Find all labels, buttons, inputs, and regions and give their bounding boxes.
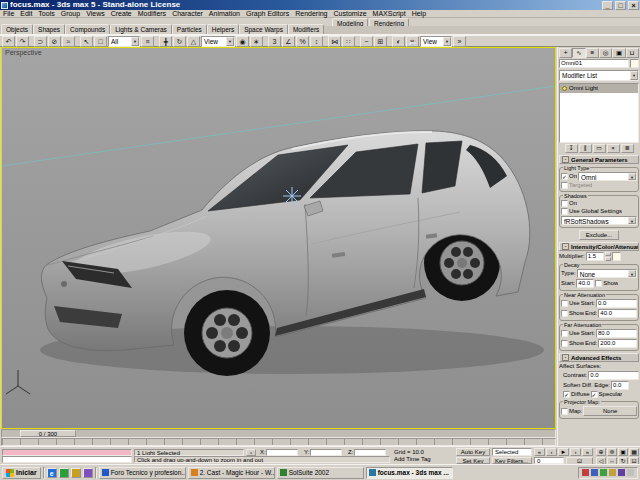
make-unique-icon[interactable]: ▭ [593,144,606,153]
tray-icon-3[interactable] [600,469,607,476]
maxscript-mini-listener-pink[interactable] [2,449,132,456]
targeted-checkbox[interactable] [561,182,568,189]
redo-icon[interactable]: ↷ [16,36,29,47]
viewport-canvas[interactable] [2,48,555,428]
rollout-advanced-effects[interactable]: - Advanced Effects [559,353,639,362]
menu-rendering[interactable]: Rendering [292,10,330,18]
projector-map-button[interactable]: None [583,406,637,416]
mirror-icon[interactable]: ⋈ [328,36,341,47]
menu-animation[interactable]: Animation [206,10,243,18]
viewport-label[interactable]: Perspective [5,49,42,56]
select-and-link-icon[interactable]: ⊃ [34,36,47,47]
tab-lights-cameras[interactable]: Lights & Cameras [110,24,172,34]
shadow-type-dropdown[interactable]: fRSoftShadows ▼ [561,216,637,225]
modifier-stack[interactable]: Omni Light [559,83,639,143]
select-and-move-icon[interactable]: ╋ [159,36,172,47]
soften-diff-edge-field[interactable]: 0.0 [611,381,629,390]
snap-toggle-icon[interactable]: 3 [268,36,281,47]
quick-launch-desktop-icon[interactable] [59,468,69,478]
quick-launch-media-icon[interactable] [83,468,93,478]
select-object-icon[interactable]: ↖ [80,36,93,47]
projector-map-checkbox[interactable] [561,408,568,415]
tab-modifiers[interactable]: Modifiers [288,24,324,34]
object-color-swatch[interactable] [630,59,639,68]
far-start-field[interactable]: 80.0 [596,329,637,338]
tab-compounds[interactable]: Compounds [65,24,110,34]
near-end-field[interactable]: 40.0 [598,309,637,318]
tray-icon-4[interactable] [609,469,616,476]
menu-maxscript[interactable]: MAXScript [370,10,409,18]
multiplier-field[interactable]: 1.5 [586,252,604,261]
remove-modifier-icon[interactable]: × [607,144,620,153]
angle-snap-icon[interactable]: ∠ [282,36,295,47]
diffuse-checkbox[interactable]: ✓ [563,391,570,398]
menu-create[interactable]: Create [108,10,135,18]
start-button[interactable]: Iniciar [2,467,41,479]
quick-render-icon[interactable]: » [453,36,466,47]
menu-views[interactable]: Views [83,10,108,18]
select-by-name-icon[interactable]: ≡ [141,36,154,47]
far-end-field[interactable]: 200.0 [598,339,637,348]
menu-tools[interactable]: Tools [35,10,57,18]
render-scene-icon[interactable]: ☕ [406,36,419,47]
tab-helpers[interactable]: Helpers [207,24,239,34]
undo-icon[interactable]: ↶ [2,36,15,47]
y-coord-field[interactable] [310,449,342,456]
x-coord-field[interactable] [266,449,298,456]
bind-spacewarp-icon[interactable]: ≈ [62,36,75,47]
minimize-button[interactable]: _ [602,1,613,10]
utilities-tab-icon[interactable]: ⊔ [626,48,639,58]
near-show-checkbox[interactable] [561,310,568,317]
zoom-extents-all-icon[interactable]: ▦ [629,448,639,456]
track-bar[interactable] [1,438,556,446]
shadows-on-checkbox[interactable] [561,200,568,207]
maxscript-mini-listener-white[interactable] [2,456,132,463]
align-icon[interactable]: ∷ [342,36,355,47]
menu-character[interactable]: Character [169,10,206,18]
schematic-view-icon[interactable]: ⊞ [374,36,387,47]
modify-tab-icon[interactable]: ∿ [572,48,585,58]
near-start-field[interactable]: 0.0 [596,299,637,308]
add-time-tag[interactable]: Add Time Tag [392,456,454,462]
region-select-icon[interactable]: □ [94,36,107,47]
far-use-checkbox[interactable] [561,330,568,337]
use-global-settings-checkbox[interactable] [561,208,568,215]
object-name-field[interactable]: Omni01 [559,59,629,68]
quick-launch-mail-icon[interactable] [71,468,81,478]
select-and-manipulate-icon[interactable]: ∗ [250,36,263,47]
display-tab-icon[interactable]: ▣ [612,48,625,58]
light-type-dropdown[interactable]: Omni ▼ [578,172,637,181]
rollout-general-parameters[interactable]: - General Parameters [559,155,639,164]
z-coord-field[interactable] [354,449,386,456]
stack-item-omni-light[interactable]: Omni Light [560,84,638,93]
tray-icon-1[interactable] [582,469,589,476]
modifier-list-dropdown[interactable]: Modifier List ▼ [559,70,639,81]
close-button[interactable]: × [628,1,639,10]
decay-start-field[interactable]: 40.0 [576,279,594,288]
auto-key-button[interactable]: Auto Key [456,448,490,456]
tab-shapes[interactable]: Shapes [33,24,65,34]
car-front-wheel[interactable] [184,290,270,376]
quick-launch-browser-icon[interactable]: e [47,468,57,478]
current-frame-field[interactable]: 0 [534,457,564,464]
use-pivot-center-icon[interactable]: ◉ [236,36,249,47]
task-button-media[interactable]: 2. Cast - Magic Hour - W... [188,467,275,479]
hierarchy-tab-icon[interactable]: ≡ [586,48,599,58]
menu-help[interactable]: Help [409,10,429,18]
task-button-3dsmax[interactable]: focus.max - 3ds max ... [366,467,453,479]
menu-customize[interactable]: Customize [331,10,370,18]
zoom-all-icon[interactable]: ⊛ [607,448,617,456]
tray-icon-6[interactable] [627,469,634,476]
material-editor-icon[interactable]: ◐ [392,36,405,47]
far-show-checkbox[interactable] [561,340,568,347]
rollout-intensity-color-attenuation[interactable]: - Intensity/Color/Attenuation [559,242,639,251]
next-frame-icon[interactable]: › [570,448,581,456]
create-tab-icon[interactable]: + [559,48,572,58]
tab-particles[interactable]: Particles [172,24,207,34]
zoom-extents-icon[interactable]: ▣ [618,448,628,456]
tab-space-warps[interactable]: Space Warps [239,24,288,34]
decay-type-dropdown[interactable]: None ▼ [577,269,637,278]
time-slider-track[interactable]: 0 / 300 [1,429,556,438]
key-mode-dropdown[interactable]: Selected [492,448,532,456]
set-key-button[interactable]: Set Key [456,457,490,464]
